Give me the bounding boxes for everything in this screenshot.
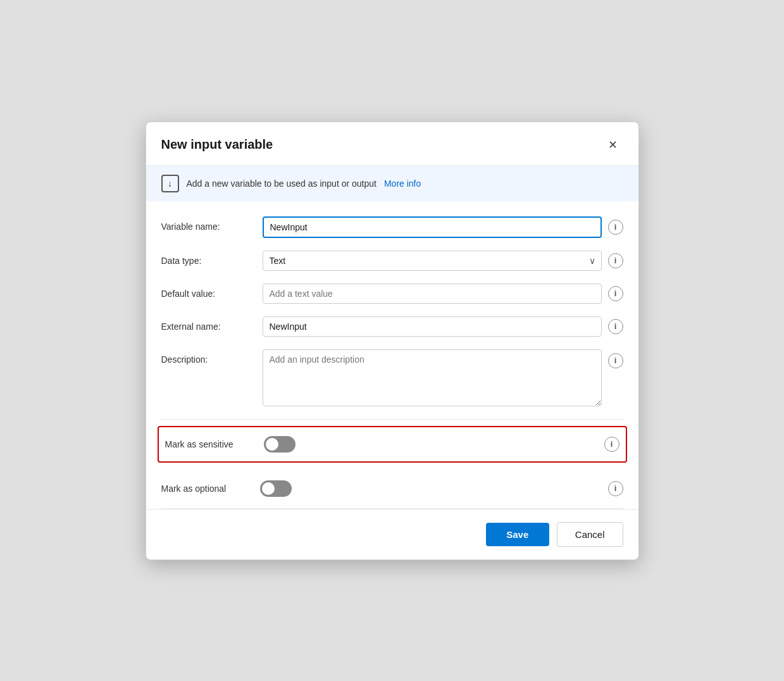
- optional-label: Mark as optional: [161, 484, 250, 494]
- data-type-select-wrap: Text Number Boolean Date List ∨: [263, 251, 602, 271]
- external-name-label: External name:: [161, 316, 263, 332]
- info-banner-text: Add a new variable to be used as input o…: [187, 178, 376, 189]
- dialog-footer: Save Cancel: [146, 509, 638, 559]
- mark-as-sensitive-row: Mark as sensitive i: [158, 426, 627, 463]
- close-button[interactable]: ✕: [603, 135, 623, 155]
- save-button[interactable]: Save: [486, 523, 549, 546]
- external-name-control-wrap: i: [263, 316, 623, 337]
- sensitive-slider: [264, 436, 296, 453]
- description-input[interactable]: [263, 349, 602, 406]
- data-type-control-wrap: Text Number Boolean Date List ∨ i: [263, 251, 623, 271]
- dialog-body: Variable name: i Data type: Text Number …: [146, 201, 638, 509]
- sensitive-toggle[interactable]: [264, 436, 296, 453]
- data-type-label: Data type:: [161, 251, 263, 266]
- info-icon: i: [614, 484, 617, 493]
- external-name-input[interactable]: [263, 316, 602, 337]
- info-icon: i: [614, 222, 617, 232]
- info-banner-icon: ↓: [161, 175, 179, 192]
- description-info-button[interactable]: i: [608, 353, 623, 368]
- description-control-wrap: i: [263, 349, 623, 406]
- info-icon: i: [611, 439, 613, 449]
- variable-name-label: Variable name:: [161, 216, 263, 232]
- description-label: Description:: [161, 349, 263, 365]
- default-value-info-button[interactable]: i: [608, 286, 623, 301]
- toggle-section: Mark as sensitive i Mark as optional: [161, 419, 623, 509]
- info-banner: ↓ Add a new variable to be used as input…: [146, 166, 638, 201]
- more-info-link[interactable]: More info: [384, 178, 421, 189]
- optional-label-group: Mark as optional: [161, 480, 292, 497]
- description-row: Description: i: [161, 349, 623, 406]
- variable-name-input[interactable]: [263, 216, 602, 238]
- variable-name-control-wrap: i: [263, 216, 623, 238]
- optional-toggle[interactable]: [260, 480, 292, 497]
- default-value-label: Default value:: [161, 284, 263, 299]
- sensitive-label: Mark as sensitive: [165, 439, 254, 449]
- variable-name-info-button[interactable]: i: [608, 220, 623, 235]
- default-value-row: Default value: i: [161, 284, 623, 304]
- variable-name-row: Variable name: i: [161, 216, 623, 238]
- external-name-row: External name: i: [161, 316, 623, 337]
- optional-info-button[interactable]: i: [608, 481, 623, 496]
- info-icon: i: [614, 289, 617, 298]
- dialog-header: New input variable ✕: [146, 122, 638, 166]
- default-value-input[interactable]: [263, 284, 602, 304]
- data-type-info-button[interactable]: i: [608, 253, 623, 268]
- sensitive-info-button[interactable]: i: [604, 437, 619, 452]
- default-value-control-wrap: i: [263, 284, 623, 304]
- dialog-title: New input variable: [161, 137, 273, 152]
- optional-slider: [260, 480, 292, 497]
- new-input-variable-dialog: New input variable ✕ ↓ Add a new variabl…: [146, 122, 639, 560]
- data-type-select[interactable]: Text Number Boolean Date List: [263, 251, 602, 271]
- cancel-button[interactable]: Cancel: [557, 522, 623, 547]
- mark-as-optional-row: Mark as optional i: [161, 469, 623, 509]
- external-name-info-button[interactable]: i: [608, 319, 623, 334]
- info-icon: i: [614, 356, 617, 365]
- info-icon: i: [614, 322, 617, 331]
- sensitive-label-group: Mark as sensitive: [165, 436, 296, 453]
- close-icon: ✕: [608, 138, 618, 152]
- data-type-row: Data type: Text Number Boolean Date List…: [161, 251, 623, 271]
- info-icon: i: [614, 256, 617, 265]
